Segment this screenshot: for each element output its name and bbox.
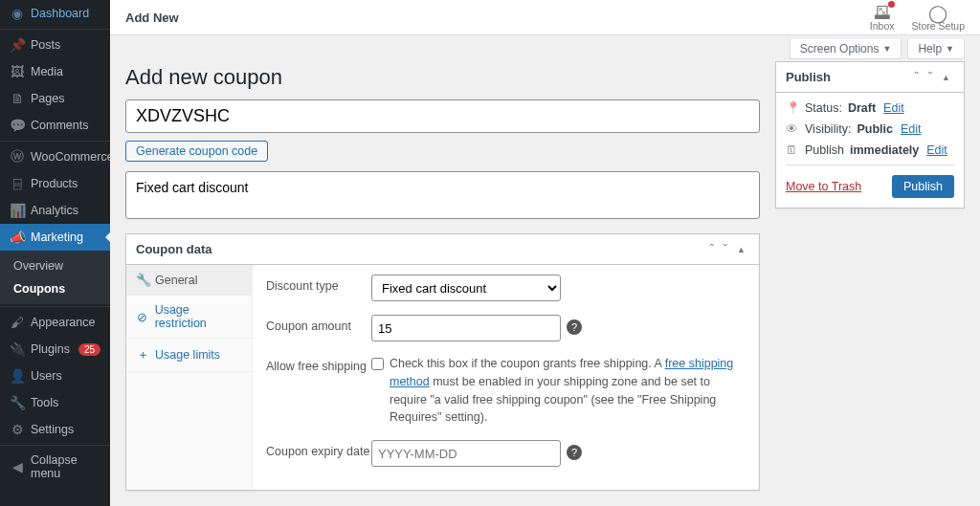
sidebar-item-woocommerce[interactable]: ⓦWooCommerce <box>0 143 110 170</box>
toggle-panel-button[interactable]: ▲ <box>938 66 954 88</box>
coupon-data-box: Coupon data ˆ ˇ ▲ 🔧General ⊘Usage restri… <box>125 233 760 491</box>
chevron-down-icon: ▼ <box>882 44 891 54</box>
admin-sidebar: ◉Dashboard 📌Posts 🖼Media 🗎Pages 💬Comment… <box>0 0 110 506</box>
sidebar-item-label: Dashboard <box>31 7 89 20</box>
move-up-button[interactable]: ˆ <box>705 238 717 260</box>
woocommerce-icon: ⓦ <box>10 149 25 165</box>
main-area: Add New 🗳 Inbox ◯ Store Setup Screen Opt… <box>110 0 980 506</box>
visibility-value: Public <box>857 122 893 136</box>
block-icon: ⊘ <box>136 310 149 324</box>
sidebar-item-label: Tools <box>31 396 58 409</box>
sidebar-item-settings[interactable]: ⚙Settings <box>0 416 110 443</box>
sidebar-item-posts[interactable]: 📌Posts <box>0 32 110 58</box>
inbox-button[interactable]: 🗳 Inbox <box>870 3 895 32</box>
sidebar-submenu: Overview Coupons <box>0 251 110 304</box>
tab-usage-limits[interactable]: ＋Usage limits <box>126 339 252 372</box>
sidebar-item-label: Products <box>31 177 78 190</box>
publish-label: Publish <box>805 143 844 157</box>
move-to-trash-link[interactable]: Move to Trash <box>786 180 861 193</box>
edit-publish-link[interactable]: Edit <box>926 143 947 157</box>
publish-button[interactable]: Publish <box>892 175 954 198</box>
sidebar-item-dashboard[interactable]: ◉Dashboard <box>0 0 110 27</box>
help-icon[interactable]: ? <box>567 319 582 335</box>
topbar-title: Add New <box>125 11 179 25</box>
sidebar-item-collapse[interactable]: ◀Collapse menu <box>0 448 110 486</box>
screen-meta: Screen Options▼ Help▼ <box>110 35 980 59</box>
free-shipping-checkbox[interactable] <box>371 358 384 370</box>
sidebar-item-marketing[interactable]: 📣Marketing <box>0 224 110 251</box>
submenu-overview[interactable]: Overview <box>0 254 110 277</box>
coupon-expiry-input[interactable] <box>371 440 561 467</box>
discount-type-select[interactable]: Fixed cart discount <box>371 275 561 301</box>
setup-icon: ◯ <box>928 3 947 20</box>
store-setup-button[interactable]: ◯ Store Setup <box>912 3 965 32</box>
chevron-down-icon: ▼ <box>946 44 954 54</box>
sidebar-item-analytics[interactable]: 📊Analytics <box>0 197 110 224</box>
marketing-icon: 📣 <box>10 230 25 245</box>
page-icon: 🗎 <box>10 91 25 106</box>
sidebar-item-label: Media <box>31 65 63 78</box>
help-icon[interactable]: ? <box>567 445 582 460</box>
comment-icon: 💬 <box>10 118 25 133</box>
sidebar-item-products[interactable]: ⌸Products <box>0 170 110 197</box>
status-value: Draft <box>848 101 876 115</box>
coupon-amount-input[interactable] <box>371 315 561 341</box>
sidebar-item-appearance[interactable]: 🖌Appearance <box>0 309 110 336</box>
publish-title: Publish <box>786 62 910 92</box>
move-up-button[interactable]: ˆ <box>910 66 922 88</box>
tab-usage-restriction[interactable]: ⊘Usage restriction <box>126 296 252 339</box>
products-icon: ⌸ <box>10 176 25 191</box>
discount-type-label: Discount type <box>266 275 371 293</box>
sidebar-item-plugins[interactable]: 🔌Plugins25 <box>0 336 110 363</box>
sidebar-item-label: Posts <box>31 38 60 52</box>
move-down-button[interactable]: ˇ <box>720 238 731 260</box>
dashboard-icon: ◉ <box>10 6 25 21</box>
plugins-icon: 🔌 <box>10 341 25 357</box>
sidebar-item-label: Comments <box>31 119 88 132</box>
sidebar-item-comments[interactable]: 💬Comments <box>0 112 110 139</box>
edit-visibility-link[interactable]: Edit <box>901 122 922 136</box>
coupon-description-input[interactable]: Fixed cart discount <box>125 171 760 219</box>
sidebar-item-pages[interactable]: 🗎Pages <box>0 85 110 112</box>
appearance-icon: 🖌 <box>10 315 25 330</box>
sidebar-item-label: Users <box>31 369 62 383</box>
media-icon: 🖼 <box>10 64 25 79</box>
help-tab[interactable]: Help▼ <box>907 39 965 59</box>
expiry-date-label: Coupon expiry date <box>266 440 371 458</box>
pin-icon: 📌 <box>10 37 25 53</box>
plus-icon: ＋ <box>136 346 149 363</box>
toggle-panel-button[interactable]: ▲ <box>733 238 749 260</box>
sidebar-item-label: Marketing <box>31 231 83 244</box>
coupon-data-title: Coupon data <box>136 234 705 264</box>
coupon-general-panel: Discount type Fixed cart discount Coupon… <box>253 265 759 490</box>
analytics-icon: 📊 <box>10 203 25 218</box>
page-title: Add new coupon <box>125 65 760 90</box>
publish-box: Publish ˆ ˇ ▲ 📍Status: DraftEdit 👁Visibi… <box>775 61 965 209</box>
submenu-coupons[interactable]: Coupons <box>0 277 110 300</box>
coupon-amount-label: Coupon amount <box>266 315 371 333</box>
generate-coupon-code-button[interactable]: Generate coupon code <box>125 141 268 162</box>
calendar-icon: 🗓 <box>786 143 799 157</box>
free-shipping-label: Allow free shipping <box>266 355 371 373</box>
sidebar-item-label: Collapse menu <box>31 453 102 480</box>
key-icon: 📍 <box>786 100 799 115</box>
topbar: Add New 🗳 Inbox ◯ Store Setup <box>110 0 980 35</box>
inbox-icon: 🗳 <box>874 3 891 20</box>
visibility-label: Visibility: <box>805 122 851 136</box>
status-label: Status: <box>805 101 842 115</box>
sidebar-item-media[interactable]: 🖼Media <box>0 58 110 85</box>
coupon-code-input[interactable] <box>125 99 760 133</box>
visibility-icon: 👁 <box>786 122 799 136</box>
sidebar-item-label: Pages <box>31 92 64 105</box>
free-shipping-description: Check this box if the coupon grants free… <box>390 355 746 427</box>
inbox-notification-dot <box>888 1 895 8</box>
collapse-icon: ◀ <box>10 459 25 474</box>
tab-general[interactable]: 🔧General <box>126 265 252 296</box>
edit-status-link[interactable]: Edit <box>883 101 904 115</box>
screen-options-tab[interactable]: Screen Options▼ <box>790 39 902 59</box>
sidebar-item-label: WooCommerce <box>31 150 114 164</box>
sidebar-item-tools[interactable]: 🔧Tools <box>0 389 110 416</box>
move-down-button[interactable]: ˇ <box>924 66 936 88</box>
sidebar-item-users[interactable]: 👤Users <box>0 363 110 389</box>
tools-icon: 🔧 <box>10 395 25 410</box>
